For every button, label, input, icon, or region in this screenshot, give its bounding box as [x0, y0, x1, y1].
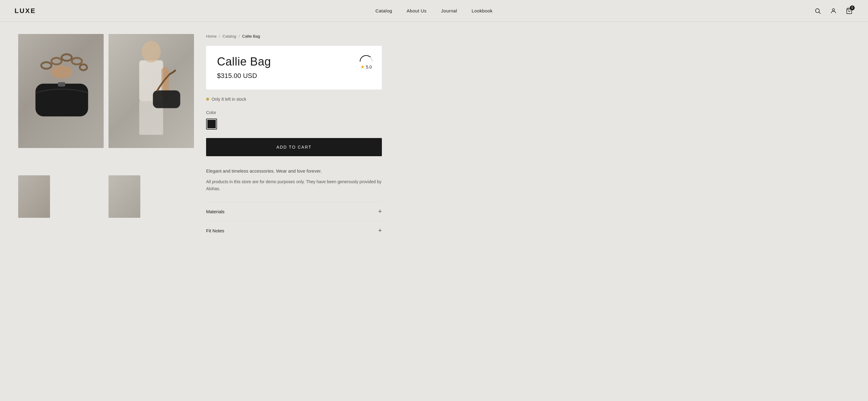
main-nav: Catalog About Us Journal Lookbook: [375, 8, 493, 13]
cart-count: 0: [850, 5, 855, 10]
color-label: Color: [206, 110, 382, 115]
breadcrumb: Home / Catalog / Callie Bag: [206, 34, 382, 38]
nav-catalog[interactable]: Catalog: [375, 8, 392, 13]
nav-lookbook[interactable]: Lookbook: [472, 8, 493, 13]
product-note-text: All products in this store are for demo …: [206, 179, 381, 191]
svg-point-11: [51, 65, 72, 79]
nav-about-us[interactable]: About Us: [407, 8, 427, 13]
search-icon[interactable]: [813, 7, 822, 15]
site-header: LUXE Catalog About Us Journal Lookbook: [0, 0, 868, 22]
svg-point-16: [142, 41, 161, 62]
breadcrumb-sep-2: /: [239, 34, 240, 38]
add-to-cart-button[interactable]: ADD TO CART: [206, 138, 382, 156]
rating-arc: [359, 54, 373, 63]
accordion-materials-icon: +: [378, 208, 382, 215]
color-section: Color: [206, 110, 382, 130]
stock-info: Only 8 left in stock: [206, 97, 382, 102]
svg-point-5: [52, 58, 62, 65]
rating-badge: ★ 5.0: [359, 54, 373, 70]
nav-journal[interactable]: Journal: [441, 8, 457, 13]
breadcrumb-current: Callie Bag: [242, 34, 260, 38]
product-image-grid: [18, 34, 194, 240]
svg-rect-10: [58, 82, 65, 86]
site-logo[interactable]: LUXE: [14, 7, 36, 15]
product-image-front: [18, 34, 104, 148]
star-icon: ★: [360, 64, 365, 70]
svg-rect-9: [35, 84, 88, 116]
rating-star: ★ 5.0: [360, 64, 372, 70]
breadcrumb-sep-1: /: [219, 34, 220, 38]
color-options: [206, 119, 382, 130]
svg-point-6: [62, 54, 72, 61]
product-info: Home / Catalog / Callie Bag Callie Bag $…: [206, 34, 382, 240]
product-title: Callie Bag: [217, 56, 371, 68]
accordion-fit-notes-label: Fit Notes: [206, 228, 224, 233]
color-swatch-black[interactable]: [206, 119, 217, 130]
stock-text: Only 8 left in stock: [212, 97, 246, 102]
accordion-materials-label: Materials: [206, 209, 224, 214]
svg-point-4: [41, 62, 52, 69]
stock-dot: [206, 98, 209, 101]
svg-point-0: [815, 8, 819, 12]
svg-point-2: [832, 8, 834, 10]
breadcrumb-home[interactable]: Home: [206, 34, 217, 38]
product-description: Elegant and timeless accessories. Wear a…: [206, 167, 382, 175]
product-note: All products in this store are for demo …: [206, 178, 382, 192]
cart-icon[interactable]: 0: [845, 7, 854, 15]
product-image-bottom-left: [18, 175, 50, 218]
breadcrumb-catalog[interactable]: Catalog: [222, 34, 236, 38]
svg-point-8: [80, 65, 87, 70]
svg-point-7: [72, 58, 82, 65]
product-card: Callie Bag $315.00 USD ★ 5.0: [206, 46, 382, 89]
accordion-fit-notes-icon: +: [378, 227, 382, 234]
accordion-fit-notes[interactable]: Fit Notes +: [206, 221, 382, 240]
product-price: $315.00 USD: [217, 72, 371, 80]
page-container: Home / Catalog / Callie Bag Callie Bag $…: [0, 22, 868, 252]
rating-value: 5.0: [366, 65, 372, 69]
header-icons: 0: [813, 7, 854, 15]
svg-line-1: [819, 12, 820, 13]
product-image-bottom-right: [108, 175, 140, 218]
svg-rect-15: [153, 90, 180, 108]
account-icon[interactable]: [829, 7, 838, 15]
product-image-model: [108, 34, 194, 148]
accordion-materials[interactable]: Materials +: [206, 202, 382, 221]
